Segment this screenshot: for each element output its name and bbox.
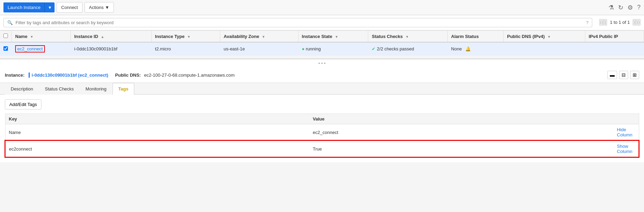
detail-dns-value: ec2-100-27-0-68.compute-1.amazonaws.com [144, 73, 235, 78]
instances-table: Name ▼ Instance ID ▲ Instance Type ▼ Ava… [0, 30, 644, 56]
pagination-last[interactable]: ⟩⟩ [636, 19, 641, 26]
row-alarm: None [451, 46, 462, 51]
row-alarm-cell: None 🔔 [448, 42, 504, 56]
search-bar: 🔍 ? [3, 18, 592, 27]
table-row[interactable]: ec2_connect i-0ddc130c09001b1bf t2.micro… [0, 42, 644, 56]
state-sort-icon: ▼ [335, 35, 338, 39]
detail-dns-label: Public DNS: ec2-100-27-0-68.compute-1.am… [115, 73, 235, 78]
tags-col-action [614, 114, 639, 124]
row-status-checks-cell: ✔ 2/2 checks passed [368, 42, 448, 56]
row-az-cell: us-east-1e [220, 42, 298, 56]
row-instance-type: t2.micro [155, 46, 171, 51]
col-instance-type[interactable]: Instance Type ▼ [152, 31, 220, 42]
add-edit-tags-button[interactable]: Add/Edit Tags [5, 99, 41, 109]
table-header-row: Name ▼ Instance ID ▲ Instance Type ▼ Ava… [0, 31, 644, 42]
pagination-prev[interactable]: ⟨ [604, 19, 607, 26]
search-icon: 🔍 [7, 20, 13, 25]
name-sort-icon: ▼ [30, 35, 33, 39]
state-indicator: ● [302, 46, 306, 51]
col-ipv4: IPv4 Public IP [585, 31, 644, 42]
detail-header-info: Instance: i-0ddc130c09001b1bf (ec2_conne… [5, 73, 235, 78]
refresh-icon[interactable]: ↻ [618, 4, 623, 11]
tag-action-1: Show Column [614, 141, 639, 157]
tab-description[interactable]: Description [5, 83, 39, 95]
resize-handle[interactable]: • • • [0, 59, 644, 67]
alarm-bell-icon: 🔔 [465, 46, 471, 51]
row-checkbox-cell [0, 42, 12, 56]
row-state: running [306, 46, 321, 51]
launch-instance-button[interactable]: Launch Instance [3, 2, 45, 12]
actions-button[interactable]: Actions ▼ [85, 2, 114, 13]
row-state-cell: ● running [298, 42, 368, 56]
detail-header-icons: ▬ ⊟ ⊞ [607, 71, 639, 79]
col-status-checks: Status Checks ▼ [368, 31, 448, 42]
instance-name: ec2_connect [15, 45, 45, 52]
instance-id-sort-icon: ▲ [101, 35, 104, 39]
search-help-icon[interactable]: ? [586, 20, 588, 25]
instances-table-container: Name ▼ Instance ID ▲ Instance Type ▼ Ava… [0, 30, 644, 56]
select-all-checkbox[interactable] [3, 33, 8, 38]
tab-tags[interactable]: Tags [113, 83, 134, 95]
col-alarm-status: Alarm Status [448, 31, 504, 42]
tags-col-value: Value [309, 114, 613, 124]
row-instance-id: i-0ddc130c09001b1bf [74, 46, 117, 51]
detail-instance-id: i-0ddc130c09001b1bf (ec2_connect) [29, 73, 108, 78]
detail-tabs: Description Status Checks Monitoring Tag… [0, 83, 644, 95]
instance-type-sort-icon: ▼ [187, 35, 191, 39]
tag-value-0: ec2_connect [309, 124, 613, 141]
row-status-checks: 2/2 checks passed [377, 46, 414, 51]
tag-row-0[interactable]: Name ec2_connect Hide Column [5, 124, 639, 141]
tags-header-row: Key Value [5, 114, 639, 124]
row-checkbox[interactable] [3, 46, 8, 51]
status-check-icon: ✔ [372, 46, 377, 51]
launch-instance-button-group: Launch Instance ▼ [3, 2, 55, 12]
connect-button[interactable]: Connect [57, 2, 82, 13]
tag-action-0: Hide Column [614, 124, 639, 141]
row-instance-id-cell: i-0ddc130c09001b1bf [71, 42, 152, 56]
tag-value-1: True [309, 141, 613, 157]
col-public-dns[interactable]: Public DNS (IPv4) ▼ [504, 31, 585, 42]
col-instance-state[interactable]: Instance State ▼ [298, 31, 368, 42]
settings-icon[interactable]: ⚙ [627, 4, 633, 11]
tags-content: Add/Edit Tags Key Value Name ec2_connect… [0, 95, 644, 162]
pagination-first[interactable]: ⟨⟨ [599, 19, 604, 26]
tag-key-0: Name [5, 124, 309, 141]
status-checks-filter-icon: ▼ [406, 35, 409, 39]
tab-status-checks[interactable]: Status Checks [39, 83, 80, 95]
beaker-icon[interactable]: ⚗ [608, 4, 614, 11]
row-name-cell: ec2_connect [12, 42, 71, 56]
tab-monitoring[interactable]: Monitoring [80, 83, 113, 95]
help-icon[interactable]: ? [637, 4, 641, 11]
launch-instance-dropdown[interactable]: ▼ [45, 3, 55, 12]
pagination-range: 1 to 1 of 1 [607, 20, 633, 25]
row-dns-cell [504, 42, 585, 56]
col-name[interactable]: Name ▼ [12, 31, 71, 42]
toolbar-icons: ⚗ ↻ ⚙ ? [608, 4, 641, 11]
hide-column-link[interactable]: Hide Column [617, 127, 635, 137]
detail-header: Instance: i-0ddc130c09001b1bf (ec2_conne… [0, 67, 644, 83]
row-az: us-east-1e [224, 46, 245, 51]
pagination-next[interactable]: ⟩ [633, 19, 636, 26]
select-all-col [0, 31, 12, 42]
col-instance-id[interactable]: Instance ID ▲ [71, 31, 152, 42]
detail-icon-2[interactable]: ⊟ [619, 71, 628, 79]
tags-table: Key Value Name ec2_connect Hide Column e… [5, 114, 639, 157]
tag-key-1: ec2connect [5, 141, 309, 157]
detail-icon-1[interactable]: ▬ [607, 71, 617, 79]
search-input[interactable] [16, 20, 583, 25]
col-availability-zone[interactable]: Availability Zone ▼ [220, 31, 298, 42]
detail-instance-label: Instance: i-0ddc130c09001b1bf (ec2_conne… [5, 73, 108, 78]
detail-section: • • • Instance: i-0ddc130c09001b1bf (ec2… [0, 58, 644, 162]
tag-row-1[interactable]: ec2connect True Show Column [5, 141, 639, 157]
dns-sort-icon: ▼ [547, 35, 551, 39]
actions-label: Actions [89, 5, 104, 10]
row-ipv4-cell [585, 42, 644, 56]
tags-col-key: Key [5, 114, 309, 124]
detail-icon-3[interactable]: ⊞ [630, 71, 639, 79]
pagination: ⟨⟨ ⟨ 1 to 1 of 1 ⟩ ⟩⟩ [596, 18, 644, 27]
show-column-link[interactable]: Show Column [617, 144, 635, 154]
toolbar: Launch Instance ▼ Connect Actions ▼ ⚗ ↻ … [0, 0, 644, 15]
az-sort-icon: ▼ [262, 35, 265, 39]
row-instance-type-cell: t2.micro [152, 42, 220, 56]
